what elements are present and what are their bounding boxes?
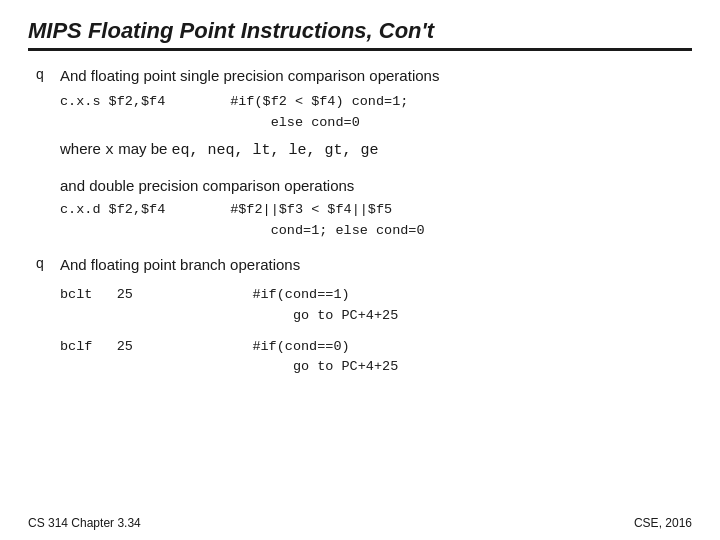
slide: MIPS Floating Point Instructions, Con't … xyxy=(0,0,720,540)
bullet-dot-2: q xyxy=(36,255,50,271)
bullet-dot-1: q xyxy=(36,66,50,82)
bullet-text-2: And floating point branch operations xyxy=(60,254,300,275)
footer-right: CSE, 2016 xyxy=(634,516,692,530)
bclt-row: bclt 25 #if(cond==1) go to PC+4+25 xyxy=(60,285,692,327)
bclf-row: bclf 25 #if(cond==0) go to PC+4+25 xyxy=(60,337,692,379)
slide-title: MIPS Floating Point Instructions, Con't xyxy=(28,18,434,44)
bullet-item-2: q And floating point branch operations xyxy=(36,254,692,275)
bclt-comment: #if(cond==1) go to PC+4+25 xyxy=(220,285,398,327)
bclt-code: bclt 25 xyxy=(60,285,220,327)
where-x: x xyxy=(105,142,114,159)
bullet-item-1: q And floating point single precision co… xyxy=(36,65,692,86)
code-block-2: c.x.d $f2,$f4 #$f2||$f3 < $f4||$f5 cond=… xyxy=(60,200,692,242)
content-area: q And floating point single precision co… xyxy=(28,65,692,378)
where-values: eq, neq, lt, le, gt, ge xyxy=(172,142,379,159)
bullet-text-1: And floating point single precision comp… xyxy=(60,65,439,86)
bclf-code: bclf 25 xyxy=(60,337,220,379)
footer-left: CS 314 Chapter 3.34 xyxy=(28,516,141,530)
footer: CS 314 Chapter 3.34 CSE, 2016 xyxy=(28,516,692,530)
code-block-1: c.x.s $f2,$f4 #if($f2 < $f4) cond=1; els… xyxy=(60,92,692,134)
bclf-comment: #if(cond==0) go to PC+4+25 xyxy=(220,337,398,379)
title-bar: MIPS Floating Point Instructions, Con't xyxy=(28,18,692,51)
double-precision-text: and double precision comparison operatio… xyxy=(60,175,692,196)
where-line: where x may be eq, neq, lt, le, gt, ge xyxy=(60,138,692,161)
